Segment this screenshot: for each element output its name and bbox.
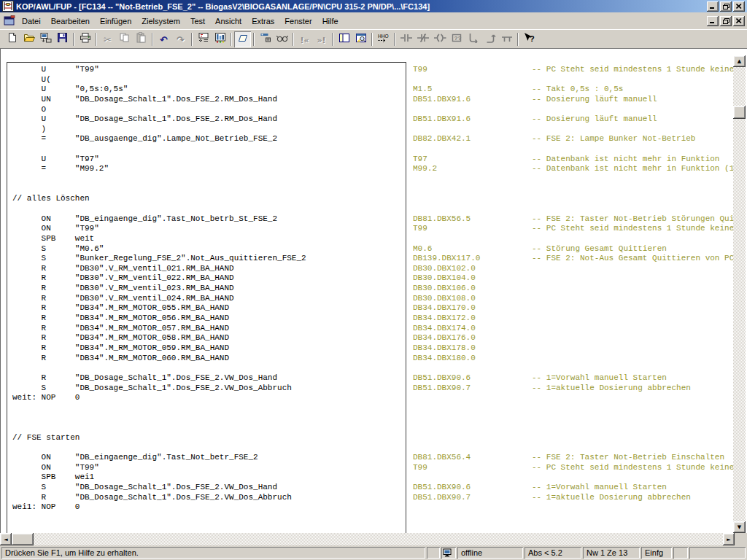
code-line[interactable]: U "T97" [12, 155, 399, 165]
code-line[interactable]: S "DB_Dosage_Schalt_1".Dos_FSE_2.VW_Dos_… [12, 384, 399, 394]
minimize-button[interactable] [707, 1, 719, 12]
code-line[interactable]: ON "T99" [12, 463, 399, 473]
undo-button[interactable]: ↶ [155, 31, 172, 47]
observe-button[interactable] [274, 31, 290, 47]
menu-item-test[interactable]: Test [185, 15, 210, 28]
code-line[interactable]: R "DB34".M_RM_MOTOR_055.RM_BA_HAND [12, 303, 399, 314]
print-button[interactable] [77, 31, 93, 47]
contact-no-button[interactable] [398, 31, 414, 47]
monitor-variable-button[interactable] [212, 31, 228, 47]
code-line[interactable]: S "M0.6" [12, 244, 399, 254]
code-line[interactable]: R "DB30".V_RM_ventil_024.RM_BA_HAND [12, 294, 399, 304]
code-line[interactable] [12, 204, 399, 214]
code-line[interactable]: R "DB34".M_RM_MOTOR_059.RM_BA_HAND [12, 343, 399, 354]
code-line[interactable]: ON "DB_eingaenge_dig".Tast_Not_betr_FSE_… [12, 453, 399, 463]
absolute-address: DB51.DBX90.7 [413, 493, 532, 503]
code-line[interactable]: O [12, 105, 399, 115]
editor-area[interactable]: U "T99" U( U "0,5s:0,5s" UN "DB_Dosage_S… [0, 48, 747, 534]
code-line[interactable]: S "Bunker_Regelung_FSE_2".Not_Aus_quitti… [12, 254, 399, 264]
code-line[interactable]: R "DB34".M_RM_MOTOR_057.RM_BA_HAND [12, 324, 399, 334]
code-line[interactable]: U "0,5s:0,5s" [12, 85, 399, 95]
menu-item-hilfe[interactable]: Hilfe [317, 15, 344, 28]
code-line[interactable]: SPB weit [12, 234, 399, 244]
code-line[interactable]: ) [12, 125, 399, 135]
menu-item-zielsystem[interactable]: Zielsystem [136, 15, 185, 28]
code-line[interactable]: R "DB_Dosage_Schalt_1".Dos_FSE_2.VW_Dos_… [12, 493, 399, 503]
menu-item-fenster[interactable]: Fenster [279, 15, 317, 28]
code-line[interactable]: // alles Löschen [12, 194, 399, 204]
code-line[interactable]: R "DB34".M_RM_MOTOR_056.RM_BA_HAND [12, 314, 399, 324]
code-line[interactable] [12, 174, 399, 184]
scroll-left-button[interactable]: ◄ [0, 533, 12, 545]
code-line[interactable]: S "DB_Dosage_Schalt_1".Dos_FSE_2.VW_Dos_… [12, 483, 399, 493]
online-partner-button[interactable] [37, 31, 54, 47]
mdi-restore-button[interactable] [720, 16, 732, 26]
contact-nc-button[interactable] [414, 31, 431, 47]
code-line[interactable] [12, 413, 399, 423]
menu-item-datei[interactable]: Datei [17, 15, 46, 28]
code-line[interactable]: R "DB_Dosage_Schalt_1".Dos_FSE_2.VW_Dos_… [12, 373, 399, 384]
download-button[interactable] [195, 31, 212, 47]
horizontal-scrollbar[interactable]: ◄ ► [0, 533, 735, 545]
code-line[interactable]: SPB wei1 [12, 472, 399, 483]
code-line[interactable] [12, 443, 399, 453]
help-cursor-button[interactable]: ? [521, 31, 538, 47]
code-line[interactable] [12, 144, 399, 155]
code-line[interactable]: R "DB30".V_RM_ventil_022.RM_BA_HAND [12, 273, 399, 284]
code-line[interactable]: // FSE starten [12, 433, 399, 443]
code-line[interactable] [12, 184, 399, 195]
code-line[interactable]: R "DB34".M_RM_MOTOR_060.RM_BA_HAND [12, 354, 399, 364]
code-line[interactable]: wei1: NOP 0 [12, 502, 399, 513]
menu-item-extras[interactable]: Extras [247, 15, 279, 28]
copy-button[interactable] [116, 31, 133, 47]
new-button[interactable] [4, 31, 20, 47]
code-line[interactable]: UN "DB_Dosage_Schalt_1".Dos_FSE_2.RM_Dos… [12, 95, 399, 105]
paste-button[interactable] [133, 31, 150, 47]
horizontal-scroll-thumb[interactable] [12, 533, 34, 545]
menu-item-einfuegen[interactable]: Einfügen [95, 15, 136, 28]
scroll-down-button[interactable]: ▼ [733, 521, 746, 533]
restore-button[interactable] [720, 1, 732, 12]
symbol-selection-button[interactable] [257, 31, 274, 47]
code-line[interactable]: U( [12, 75, 399, 85]
goto-last-error-button[interactable]: »! [313, 31, 330, 47]
goto-first-error-button[interactable]: !« [296, 31, 313, 47]
code-line[interactable]: R "DB30".V_RM_ventil_021.RM_BA_HAND [12, 264, 399, 274]
mdi-minimize-button[interactable] [707, 16, 719, 26]
stl-code-pane[interactable]: U "T99" U( U "0,5s:0,5s" UN "DB_Dosage_S… [12, 65, 399, 513]
scroll-up-button[interactable]: ▲ [733, 55, 746, 67]
code-line[interactable]: weit: NOP 0 [12, 393, 399, 403]
menu-item-ansicht[interactable]: Ansicht [210, 15, 247, 28]
save-button[interactable] [54, 31, 71, 47]
code-line[interactable]: U "T99" [12, 65, 399, 75]
cut-button[interactable]: ✂ [99, 31, 116, 47]
open-button[interactable] [20, 31, 37, 47]
symbol-representation-toggle[interactable] [234, 31, 251, 47]
code-line[interactable] [12, 403, 399, 413]
vertical-scroll-thumb[interactable] [733, 106, 746, 119]
t-branch-button[interactable] [498, 31, 515, 47]
coil-button[interactable] [431, 31, 448, 47]
code-line[interactable]: = "DB_ausgaenge_dig".Lampe_Not_Betrieb_F… [12, 134, 399, 144]
menu-item-bearbeiten[interactable]: Bearbeiten [46, 15, 95, 28]
code-line[interactable] [12, 363, 399, 373]
empty-box-button[interactable]: ?? [448, 31, 465, 47]
close-button[interactable] [733, 1, 745, 12]
overview-window-button[interactable] [336, 31, 352, 47]
mdi-close-button[interactable] [733, 16, 745, 26]
code-line[interactable]: ON "T99" [12, 224, 399, 234]
open-branch-button[interactable] [465, 31, 481, 47]
code-line[interactable]: R "DB34".M_RM_MOTOR_058.RM_BA_HAND [12, 333, 399, 343]
code-line[interactable] [12, 423, 399, 433]
code-line[interactable]: ON "DB_eingaenge_dig".Tast_Not_betrb_St_… [12, 214, 399, 225]
address-overview-button[interactable]: HHO [375, 31, 392, 47]
scroll-right-button[interactable]: ► [723, 533, 735, 545]
code-line[interactable]: = "M99.2" [12, 164, 399, 174]
close-branch-button[interactable] [481, 31, 498, 47]
detail-view-button[interactable] [352, 31, 369, 47]
code-line[interactable]: R "DB30".V_RM_ventil_023.RM_BA_HAND [12, 284, 399, 294]
vertical-scrollbar[interactable]: ▲ ▼ [733, 55, 746, 533]
code-line[interactable]: U "DB_Dosage_Schalt_1".Dos_FSE_2.RM_Dos_… [12, 114, 399, 125]
redo-button[interactable]: ↷ [172, 31, 189, 47]
document-icon[interactable] [4, 15, 15, 26]
